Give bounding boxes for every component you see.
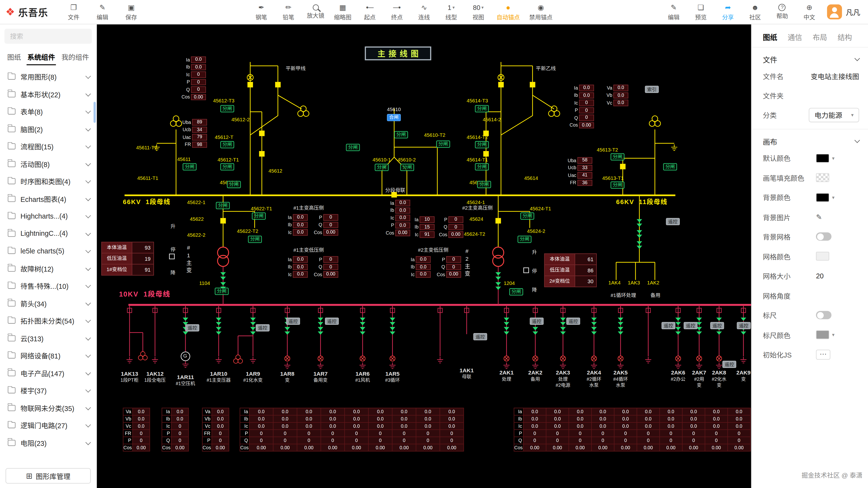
toggle[interactable] — [816, 233, 831, 241]
badge-open[interactable]: 分闸 — [220, 163, 234, 170]
badge-remote[interactable]: 遥控 — [325, 318, 339, 325]
canvas-label[interactable]: 45613-T2 — [597, 148, 618, 153]
library-manage-button[interactable]: 图形库管理 — [6, 468, 91, 484]
measure-panel[interactable]: P0Q0Cos0.00 — [436, 216, 463, 238]
component-group[interactable]: 流程图(15) — [0, 138, 96, 155]
component-group[interactable]: 楼宇(37) — [0, 382, 96, 399]
feeder-label[interactable]: 2AK9变 — [726, 370, 751, 383]
badge-open[interactable]: 分闸 — [220, 141, 234, 149]
component-group[interactable]: 箭头(34) — [0, 295, 96, 312]
canvas-label[interactable]: 45612-2 — [231, 118, 250, 123]
badge-open[interactable]: 分闸 — [227, 181, 241, 188]
panel-tab-1[interactable]: 通信 — [788, 31, 802, 42]
action-help[interactable]: ?帮助 — [773, 4, 791, 20]
badge-open[interactable]: 分闸 — [477, 181, 491, 188]
canvas-label[interactable]: 45612-T1 — [217, 158, 239, 163]
component-group[interactable]: 待售-特殊...(10) — [0, 277, 96, 295]
canvas-label[interactable]: 45614-T2 — [467, 135, 488, 141]
tool-auto-anchor[interactable]: ●自动锚点 — [496, 3, 520, 21]
data-table[interactable]: Va0.0Vb0.0Vc0.0FR0P0Cos0.00 — [202, 408, 229, 452]
transformer-temp-panel[interactable]: 本体油温61低压油温862#变档位30 — [544, 254, 597, 287]
badge-open[interactable]: 分闸 — [400, 164, 414, 171]
badge-index[interactable]: 索引 — [645, 86, 659, 93]
tool-connect[interactable]: ∿连线 — [415, 3, 433, 21]
field-category-select[interactable]: 电力能源▾ — [809, 108, 859, 122]
color-swatch[interactable] — [816, 193, 829, 202]
badge-remote[interactable]: 遥控 — [710, 322, 724, 329]
canvas-label[interactable]: 45614-2 — [483, 118, 501, 123]
canvas-label[interactable]: 升 — [532, 250, 537, 256]
canvas-label[interactable]: 45624-1 — [467, 200, 485, 206]
canvas-label[interactable]: 1AK3 — [628, 281, 640, 286]
toggle[interactable] — [816, 311, 831, 319]
badge-open[interactable]: 分闸 — [521, 213, 534, 220]
component-group[interactable]: LightningC...(4) — [0, 225, 96, 242]
component-group[interactable]: 物联网未分类(35) — [0, 399, 96, 417]
canvas-label[interactable]: 升 — [170, 224, 176, 230]
component-group[interactable]: le5le charts(5) — [0, 242, 96, 260]
badge-remote[interactable]: 遥控 — [666, 218, 680, 225]
action-edit-mode[interactable]: ✎编辑 — [665, 3, 682, 21]
badge-open[interactable]: 分闸 — [183, 163, 196, 170]
badge-remote[interactable]: 遥控 — [722, 361, 736, 368]
badge-open[interactable]: 分闸 — [663, 163, 677, 170]
canvas-section-header[interactable]: 画布 — [763, 134, 859, 148]
feeder-label[interactable]: 1AK1母联 — [449, 367, 485, 380]
canvas-label[interactable]: 45622-T2 — [237, 229, 258, 234]
canvas-label[interactable]: 备用 — [651, 293, 660, 299]
canvas-label[interactable]: #2主变高压侧 — [462, 206, 493, 211]
component-group[interactable]: 电阻(23) — [0, 434, 96, 451]
canvas-label[interactable]: 1AK4 — [609, 281, 620, 286]
canvas-label[interactable]: 45612-T3 — [213, 99, 235, 104]
search-input[interactable] — [4, 29, 92, 44]
canvas-label[interactable]: 45624-T1 — [530, 206, 551, 212]
data-table[interactable]: Ia0.0Ib0.0Ic0P0Q0Cos0.00 — [161, 408, 189, 452]
canvas-label[interactable]: 45622-2 — [187, 233, 206, 238]
menu-save[interactable]: ▣保存 — [122, 3, 140, 21]
color-swatch[interactable] — [816, 252, 829, 261]
badge-open[interactable]: 分闸 — [346, 144, 360, 151]
canvas-label[interactable]: 45622-1 — [187, 200, 206, 206]
panel-tab-3[interactable]: 结构 — [837, 31, 852, 42]
badge-open[interactable]: 分闸 — [375, 164, 389, 171]
component-group[interactable]: Highcharts...(4) — [0, 207, 96, 225]
badge-closed[interactable]: 合闸 — [387, 114, 401, 121]
measure-panel[interactable]: Va0.0Vb0.0Vc0.0 — [600, 84, 628, 106]
badge-open[interactable]: 分闸 — [216, 202, 229, 209]
badge-open[interactable]: 分闸 — [394, 131, 408, 138]
canvas-label[interactable]: 45624-2 — [527, 229, 546, 234]
color-swatch[interactable] — [816, 330, 829, 339]
canvas-label[interactable]: #2主变低压侧 — [418, 248, 448, 254]
canvas-label[interactable]: 45610 — [387, 107, 401, 113]
tool-to-point[interactable]: ─•终点 — [388, 3, 406, 21]
canvas-label[interactable]: 降 — [532, 288, 537, 293]
tool-pen[interactable]: ✒钢笔 — [252, 3, 270, 21]
measure-panel[interactable]: Ia0.0Ib0.0Ic0.0 — [280, 214, 308, 236]
badge-open[interactable]: 分闸 — [611, 182, 624, 189]
sidebar-tab-1[interactable]: 系统组件 — [27, 48, 56, 64]
component-group[interactable]: 时序图和类图(4) — [0, 172, 96, 190]
badge-open[interactable]: 分闸 — [611, 153, 624, 161]
action-preview[interactable]: ❏预览 — [692, 3, 710, 21]
canvas-label[interactable]: 45610-2 — [397, 158, 416, 163]
badge-remote[interactable]: 遥控 — [661, 322, 675, 329]
canvas-label[interactable]: 45614-T3 — [467, 99, 488, 104]
menu-edit[interactable]: ✎编辑 — [93, 3, 111, 21]
feeder-label[interactable]: 1AR8变 — [270, 370, 305, 383]
canvas-label[interactable]: 45610-1 — [372, 158, 391, 163]
canvas-label-vertical[interactable]: #2主变 — [464, 248, 469, 278]
component-group[interactable]: 故障树(12) — [0, 260, 96, 277]
feeder-label[interactable]: 1AR10#1主变压器 — [201, 370, 237, 383]
badge-open[interactable]: 分闸 — [475, 163, 489, 170]
canvas-label[interactable]: 45622-T1 — [251, 206, 272, 212]
data-table[interactable]: Ia0.00.00.00.00.00.00.00.00.00.0Ib0.00.0… — [514, 408, 750, 452]
transformer-temp-panel[interactable]: 本体油温93低压油温191#变档位91 — [101, 242, 154, 275]
file-section-header[interactable]: 文件 — [763, 52, 859, 66]
feeder-label[interactable]: 1AK121段全电压 — [137, 370, 173, 383]
badge-open[interactable]: 分闸 — [215, 288, 228, 295]
component-group[interactable]: Echarts图表(4) — [0, 190, 96, 207]
badge-remote[interactable]: 遥控 — [530, 318, 544, 325]
badge-remote[interactable]: 遥控 — [186, 324, 199, 331]
tool-magnifier[interactable]: 放大镜 — [307, 4, 324, 20]
badge-open[interactable]: 分闸 — [220, 105, 234, 112]
